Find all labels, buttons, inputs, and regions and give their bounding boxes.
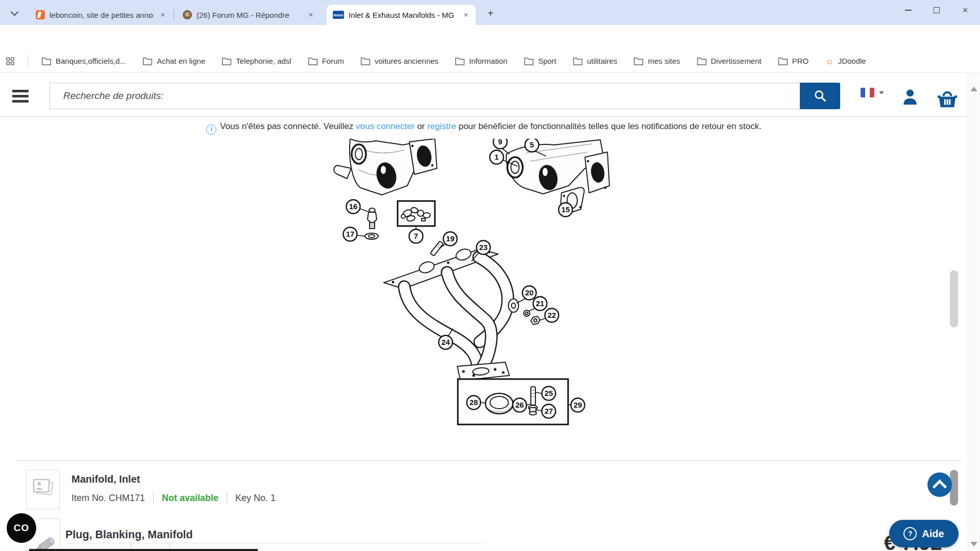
consent-widget-button[interactable]: CO [7, 513, 36, 543]
login-link[interactable]: vous connecter [356, 121, 414, 131]
bookmark-label: PRO [792, 57, 809, 65]
search-button[interactable] [800, 83, 840, 109]
svg-text:25: 25 [545, 389, 553, 397]
svg-text:7: 7 [414, 232, 418, 240]
apps-grid-icon[interactable] [6, 57, 14, 65]
bookmark-label: Achat en ligne [157, 57, 205, 65]
folder-icon [778, 57, 788, 65]
basket-icon[interactable] [936, 88, 959, 108]
scroll-to-top-button[interactable] [927, 472, 952, 497]
bookmark-folder-divertissement[interactable]: Divertissement [697, 57, 762, 65]
tab-search-chevron-icon[interactable] [9, 8, 19, 18]
svg-text:5: 5 [530, 140, 534, 149]
product-key-no: Key No. 1 [235, 493, 276, 504]
callout-26: 26 [513, 398, 527, 412]
svg-text:17: 17 [346, 230, 355, 238]
help-button[interactable]: ? Aide [889, 520, 959, 547]
svg-text:22: 22 [548, 311, 556, 319]
bookmark-folder-mes-sites[interactable]: mes sites [633, 57, 680, 65]
bookmarks-separator [28, 55, 28, 67]
svg-text:26: 26 [516, 400, 524, 409]
svg-text:28: 28 [470, 398, 478, 407]
bookmark-folder-sport[interactable]: Sport [524, 57, 556, 65]
callout-1: 1 [490, 151, 504, 164]
site-header [0, 72, 968, 117]
product-image-placeholder[interactable] [26, 470, 60, 509]
notice-conjunction: or [417, 121, 425, 131]
bookmark-label: Divertissement [711, 57, 762, 65]
callout-16: 16 [347, 200, 360, 214]
bookmark-folder-telephonie[interactable]: Telephonie, adsl [222, 57, 291, 65]
callout-29: 29 [571, 398, 585, 412]
product-title[interactable]: Manifold, Inlet [71, 473, 140, 485]
folder-icon [633, 57, 644, 65]
tab-close-icon[interactable]: × [306, 10, 315, 19]
tab-moss-europe-active[interactable]: moss Inlet & Exhaust Manifolds - MG × [327, 5, 476, 25]
product-title[interactable]: Plug, Blanking, Manifold [65, 529, 193, 541]
scrollbar-up-arrow[interactable] [970, 87, 977, 91]
tab-title: leboncoin, site de petites annon [50, 11, 154, 19]
bookmark-folder-pro[interactable]: PRO [778, 57, 809, 65]
tab-strip: leboncoin, site de petites annon × (26) … [0, 0, 980, 25]
bookmark-folder-banques[interactable]: Banques,officiels,d... [41, 57, 126, 65]
callout-27: 27 [542, 405, 556, 418]
folder-icon [573, 57, 583, 65]
scrollbar-track[interactable] [968, 72, 980, 551]
tab-title: Inlet & Exhaust Manifolds - MG [349, 11, 457, 19]
svg-text:16: 16 [349, 202, 358, 211]
row2-meta-divider [65, 543, 481, 543]
folder-icon [455, 57, 465, 65]
photo-placeholder-icon [27, 470, 59, 509]
svg-text:24: 24 [442, 338, 450, 346]
callout-17: 17 [344, 228, 357, 241]
chevron-up-icon [933, 479, 947, 493]
tab-forum-mg[interactable]: (26) Forum MG - Répondre × [177, 5, 321, 25]
window-restore-button[interactable] [925, 0, 948, 20]
tab-close-icon[interactable]: × [158, 10, 167, 19]
new-tab-button[interactable]: + [484, 7, 497, 20]
callout-23: 23 [477, 241, 491, 255]
callout-15: 15 [559, 203, 573, 217]
window-close-button[interactable]: × [953, 0, 977, 20]
bookmark-label: Banques,officiels,d... [56, 57, 126, 65]
svg-text:20: 20 [525, 288, 534, 297]
svg-text:27: 27 [545, 407, 553, 415]
french-flag-icon [861, 88, 874, 97]
jdoodle-sun-icon: ☼ [825, 57, 834, 65]
svg-text:15: 15 [561, 205, 570, 214]
bookmark-folder-achat[interactable]: Achat en ligne [142, 57, 205, 65]
login-notice: iVous n'êtes pas connecté. Veuillez vous… [0, 121, 968, 135]
account-icon[interactable] [900, 87, 920, 107]
tab-leboncoin[interactable]: leboncoin, site de petites annon × [30, 5, 173, 25]
folder-icon [308, 57, 318, 65]
help-button-label: Aide [922, 528, 944, 540]
bookmark-folder-utilitaires[interactable]: utilitaires [573, 57, 617, 65]
svg-text:19: 19 [446, 234, 455, 243]
callout-5: 5 [525, 139, 539, 152]
window-minimize-button[interactable] [896, 0, 920, 20]
bookmarks-bar: Banques,officiels,d... Achat en ligne Te… [0, 50, 980, 72]
info-icon: i [206, 124, 216, 135]
callout-9: 9 [494, 139, 507, 149]
hamburger-menu-icon[interactable] [12, 90, 29, 105]
scrollbar-thumb[interactable] [950, 270, 958, 328]
forum-mg-favicon-icon [183, 10, 192, 19]
bookmark-jdoodle[interactable]: ☼JDoodle [825, 57, 866, 65]
folder-icon [222, 57, 232, 65]
folder-icon [142, 57, 153, 65]
product-search-input[interactable] [50, 83, 800, 109]
bookmark-folder-voitures[interactable]: voitures anciennes [360, 57, 438, 65]
bookmark-label: utilitaires [587, 57, 617, 65]
notice-text-after: pour bénéficier de fonctionnalités telle… [458, 121, 761, 131]
browser-toolbar: moss-europe.eu/fr-fr/inlet-exhaust-manif… [0, 25, 980, 50]
bookmark-folder-forum[interactable]: Forum [308, 57, 344, 65]
search-icon [813, 89, 827, 103]
callout-22: 22 [545, 309, 559, 322]
language-selector[interactable] [861, 88, 884, 97]
bookmark-label: JDoodle [838, 57, 866, 65]
tab-close-icon[interactable]: × [461, 10, 471, 19]
bookmark-folder-information[interactable]: Information [455, 57, 507, 65]
scrollbar-down-arrow[interactable] [970, 542, 977, 546]
leboncoin-favicon-icon [36, 10, 45, 19]
register-link[interactable]: registre [427, 121, 456, 131]
